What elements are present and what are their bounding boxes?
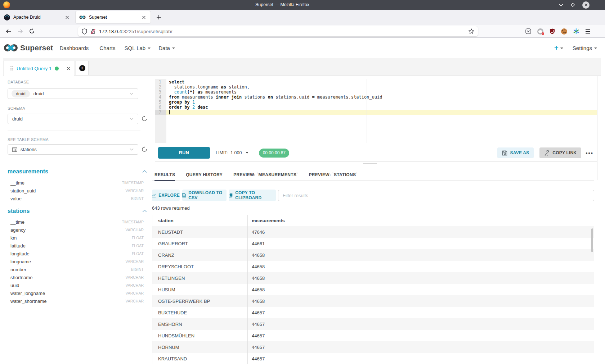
results-tab-results[interactable]: RESULTS — [154, 169, 175, 181]
forward-icon[interactable] — [14, 29, 26, 34]
new-tab-button[interactable] — [153, 11, 164, 23]
drag-handle-icon[interactable] — [10, 66, 13, 70]
column-type: FLOAT — [132, 244, 144, 248]
plus-icon: + — [79, 65, 85, 71]
url-bar[interactable]: 172.18.0.4:32251/superset/sqllab/ — [78, 26, 478, 36]
cell-measurements: 47646 — [247, 229, 594, 235]
cell-measurements: 44661 — [247, 241, 594, 246]
cell-measurements: 44657 — [247, 345, 594, 350]
copy-link-button[interactable]: COPY LINK — [539, 147, 581, 158]
reload-icon[interactable] — [26, 28, 37, 34]
column-type: VARCHAR — [125, 291, 144, 295]
schema-table-header-measurements[interactable]: measurements — [8, 168, 148, 175]
cell-station: HETLINGEN — [152, 276, 247, 281]
pane-drag-handle[interactable] — [363, 163, 377, 166]
extension-asterisk-icon[interactable] — [573, 28, 579, 34]
results-tab-preview-stations-[interactable]: PREVIEW: `STATIONS` — [309, 169, 358, 181]
tab-close-icon[interactable] — [65, 15, 70, 19]
schema-select[interactable]: druid — [8, 114, 138, 124]
browser-tab-superset[interactable]: Superset — [76, 11, 151, 23]
results-tab-preview-measurements-[interactable]: PREVIEW: `MEASUREMENTS` — [233, 169, 298, 181]
refresh-schema-icon[interactable] — [142, 116, 147, 122]
table-row: HETLINGEN44658 — [152, 272, 594, 284]
ublock-icon[interactable] — [550, 28, 555, 34]
editor-gutter: 1234567 — [155, 79, 166, 143]
schema-label: SCHEMA — [8, 106, 25, 110]
table-scrollbar[interactable] — [591, 228, 593, 252]
column-name: km — [10, 235, 17, 241]
chevron-up-icon[interactable] — [142, 210, 147, 213]
schema-table-header-stations[interactable]: stations — [8, 208, 148, 215]
menu-hamburger-icon[interactable] — [585, 29, 591, 34]
filter-results-input[interactable] — [278, 190, 594, 201]
window-maximize-icon[interactable] — [570, 3, 575, 7]
download-csv-button[interactable]: DOWNLOAD TO CSV — [182, 190, 227, 201]
nav-item-data[interactable]: Data — [158, 45, 175, 51]
column-name: station_uuid — [10, 188, 36, 194]
cell-measurements: 44657 — [247, 356, 594, 361]
limit-dropdown[interactable]: LIMIT: 1 000 — [216, 150, 248, 155]
nav-item-charts[interactable]: Charts — [99, 45, 115, 51]
results-tab-query-history[interactable]: QUERY HISTORY — [186, 169, 223, 181]
superset-favicon — [79, 15, 86, 19]
column-header-measurements[interactable]: measurements — [247, 218, 594, 223]
explore-label: EXPLORE — [158, 193, 180, 198]
superset-brand[interactable]: Superset — [20, 44, 53, 52]
column-name: longitude — [10, 251, 30, 256]
copy-clipboard-button[interactable]: COPY TO CLIPBOARD — [229, 190, 276, 201]
druid-favicon — [4, 14, 10, 21]
pocket-icon[interactable] — [525, 28, 531, 34]
query-tab[interactable]: Untitled Query 1 — [4, 61, 74, 76]
tab-label: Apache Druid — [13, 15, 65, 20]
firefox-icon — [3, 1, 10, 8]
cell-measurements: 44657 — [247, 333, 594, 338]
nav-item-dashboards[interactable]: Dashboards — [59, 45, 89, 51]
caret-down-icon — [246, 152, 248, 154]
save-as-label: SAVE AS — [510, 150, 529, 155]
cell-station: CRANZ — [152, 252, 247, 258]
extension-mask-icon[interactable]: x — [537, 28, 543, 35]
column-type: VARCHAR — [125, 228, 144, 232]
run-button[interactable]: RUN — [158, 147, 210, 159]
bookmark-star-icon[interactable] — [469, 28, 474, 34]
nav-item-sql-lab[interactable]: SQL Lab — [125, 45, 151, 51]
query-tab-close-icon[interactable] — [67, 67, 71, 70]
editor-code: select stations.longname as station, cou… — [166, 79, 597, 143]
shield-icon[interactable] — [82, 28, 87, 35]
schema-column-row: latitudeFLOAT — [8, 242, 148, 250]
nav-settings-menu[interactable]: Settings — [573, 45, 597, 51]
column-type: TIMESTAMP — [122, 181, 144, 185]
table-select[interactable]: stations — [8, 144, 138, 155]
chevron-up-icon[interactable] — [142, 170, 147, 173]
browser-tab-druid[interactable]: Apache Druid — [0, 10, 74, 25]
nav-plus-button[interactable]: + — [554, 44, 563, 52]
column-type: VARCHAR — [125, 259, 144, 264]
table-row: BUXTEHUDE44657 — [152, 307, 594, 318]
refresh-table-icon[interactable] — [142, 146, 147, 152]
lock-insecure-icon[interactable] — [90, 28, 96, 34]
copy-link-label: COPY LINK — [552, 150, 577, 155]
column-header-station[interactable]: station — [152, 218, 247, 223]
sql-editor[interactable]: 1234567 select stations.longname as stat… — [155, 79, 597, 143]
query-tab-strip: Untitled Query 1 + — [3, 58, 601, 76]
schema-column-row: longnameVARCHAR — [8, 258, 148, 265]
table-row: EMSHÖRN44657 — [152, 318, 594, 330]
table-row: OSTE-SPERRWERK BP44658 — [152, 295, 594, 307]
column-type: FLOAT — [132, 236, 144, 240]
window-close-icon[interactable] — [582, 1, 590, 9]
more-options-icon[interactable]: ••• — [586, 150, 593, 156]
url-text: 172.18.0.4:32251/superset/sqllab/ — [99, 29, 469, 34]
window-minimize-icon[interactable] — [559, 4, 563, 6]
explore-button[interactable]: EXPLORE — [152, 190, 180, 201]
save-as-button[interactable]: SAVE AS — [497, 147, 534, 158]
column-type: VARCHAR — [125, 275, 144, 279]
tab-close-icon[interactable] — [142, 15, 147, 19]
schema-column-row: agencyVARCHAR — [8, 226, 148, 234]
cookie-icon[interactable] — [561, 28, 567, 35]
new-query-tab-button[interactable]: + — [76, 61, 89, 76]
back-icon[interactable] — [3, 29, 14, 34]
superset-logo[interactable] — [4, 43, 18, 53]
download-csv-label: DOWNLOAD TO CSV — [188, 190, 227, 200]
database-select[interactable]: druid druid — [8, 88, 138, 99]
schema-column-row: water_longnameVARCHAR — [8, 289, 148, 297]
